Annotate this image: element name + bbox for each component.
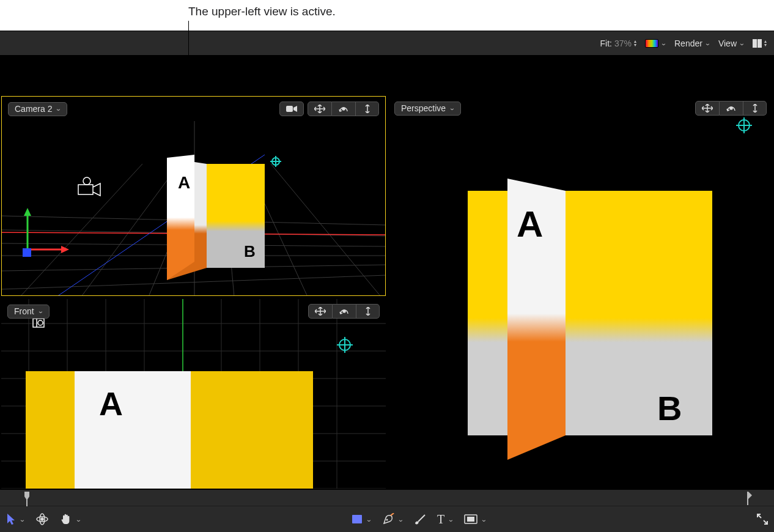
viewport-layout-menu[interactable]: ▴▾ xyxy=(753,39,767,48)
stepper-icon: ▴▾ xyxy=(764,40,767,47)
orbit-button[interactable] xyxy=(720,101,743,116)
svg-line-7 xyxy=(20,164,142,296)
chevron-down-icon: ⌄ xyxy=(37,308,43,314)
dolly-button[interactable] xyxy=(743,101,767,116)
svg-rect-71 xyxy=(26,497,28,506)
shape-label-b: B xyxy=(244,242,256,260)
orbit-3d-icon xyxy=(35,513,49,525)
shape-label-b: B xyxy=(657,389,682,427)
chevron-down-icon: ⌄ xyxy=(19,516,25,523)
viewport-right[interactable]: A B Perspective ⌄ xyxy=(388,96,773,489)
dolly-button[interactable] xyxy=(356,304,380,319)
svg-line-5 xyxy=(2,275,386,289)
view-menu[interactable]: View ⌄ xyxy=(718,39,744,48)
zoom-fit-control[interactable]: Fit: 37% ▴▾ xyxy=(600,39,636,48)
color-swatch-icon xyxy=(645,39,658,48)
svg-marker-74 xyxy=(7,514,15,525)
svg-line-8 xyxy=(81,164,179,296)
text-tool[interactable]: T ⌄ xyxy=(437,512,453,526)
render-menu[interactable]: Render ⌄ xyxy=(674,39,710,48)
chevron-down-icon: ⌄ xyxy=(739,40,745,46)
svg-marker-14 xyxy=(24,208,31,216)
svg-rect-26 xyxy=(286,106,293,112)
svg-rect-55 xyxy=(75,371,191,489)
view-nav-controls xyxy=(308,304,380,319)
chevron-down-icon: ⌄ xyxy=(397,516,404,523)
tool-row: ⌄ ⌄ ⌄ ⌄ T ⌄ ⌄ xyxy=(0,506,774,532)
dolly-icon xyxy=(363,105,372,113)
orbit-icon xyxy=(726,104,737,113)
orbit-icon xyxy=(339,307,350,316)
svg-line-80 xyxy=(418,515,425,522)
select-tool[interactable]: ⌄ xyxy=(6,513,24,525)
camera-selector[interactable]: Perspective ⌄ xyxy=(394,102,461,116)
viewport-scene: A xyxy=(1,299,386,489)
camera-selector[interactable]: Camera 2 ⌄ xyxy=(8,102,67,116)
fit-label: Fit: xyxy=(600,39,612,48)
color-channels-menu[interactable]: ⌄ xyxy=(645,39,666,48)
svg-rect-78 xyxy=(352,515,362,523)
view-nav-controls xyxy=(695,101,767,116)
viewports-container: A B Camera 2 ⌄ xyxy=(0,56,774,489)
svg-marker-73 xyxy=(748,492,752,499)
svg-point-79 xyxy=(386,519,388,521)
svg-point-50 xyxy=(38,320,43,325)
playhead-end-icon[interactable] xyxy=(747,492,752,505)
pan-button[interactable] xyxy=(308,304,333,319)
camera-label: Front xyxy=(14,306,34,316)
chevron-down-icon: ⌄ xyxy=(704,40,710,46)
shape-label-a: A xyxy=(517,204,543,245)
mask-icon xyxy=(464,514,477,524)
shape-label-a: A xyxy=(178,173,190,192)
pan-tool[interactable]: ⌄ xyxy=(60,513,81,525)
mask-tool[interactable]: ⌄ xyxy=(464,514,486,524)
active-camera-toggle[interactable] xyxy=(279,102,304,116)
viewport-scene: A B xyxy=(2,97,386,296)
shape-tool[interactable]: ⌄ xyxy=(352,514,371,524)
view-nav-controls xyxy=(308,102,379,116)
svg-line-84 xyxy=(764,520,767,523)
orbit-button[interactable] xyxy=(333,304,356,319)
timeline-ruler[interactable] xyxy=(0,489,774,506)
viewport-scene: A B xyxy=(388,96,773,489)
fullscreen-button[interactable] xyxy=(757,514,768,525)
svg-marker-23 xyxy=(207,164,265,268)
svg-line-83 xyxy=(758,515,761,518)
stepper-icon: ▴▾ xyxy=(634,40,636,47)
render-label: Render xyxy=(674,39,702,48)
svg-rect-17 xyxy=(23,248,31,257)
3d-transform-tool[interactable] xyxy=(35,513,49,525)
playhead-start-icon[interactable] xyxy=(24,492,29,506)
shape-label-a: A xyxy=(99,385,123,422)
pan-icon xyxy=(315,307,326,316)
camera-label: Camera 2 xyxy=(15,104,52,114)
pointer-icon xyxy=(6,513,16,525)
dolly-icon xyxy=(750,104,760,113)
svg-marker-16 xyxy=(61,246,69,253)
orbit-button[interactable] xyxy=(332,102,356,116)
chevron-down-icon: ⌄ xyxy=(448,516,454,523)
text-icon: T xyxy=(437,512,444,526)
viewport-upper-left[interactable]: A B Camera 2 ⌄ xyxy=(1,96,386,296)
svg-rect-18 xyxy=(78,185,93,194)
pen-tool[interactable]: ⌄ xyxy=(382,513,403,525)
pan-button[interactable] xyxy=(308,102,332,116)
canvas-area: Fit: 37% ▴▾ ⌄ Render ⌄ View ⌄ ▴▾ xyxy=(0,31,774,532)
viewport-lower-left[interactable]: A Front ⌄ xyxy=(1,299,386,489)
camera-object-icon xyxy=(78,177,100,196)
svg-rect-72 xyxy=(747,492,748,505)
chevron-down-icon: ⌄ xyxy=(366,516,372,523)
dolly-button[interactable] xyxy=(356,102,379,116)
chevron-down-icon: ⌄ xyxy=(481,516,487,523)
pan-icon xyxy=(314,105,325,113)
camera-selector[interactable]: Front ⌄ xyxy=(7,305,50,319)
hand-icon xyxy=(60,513,72,525)
pen-nib-icon xyxy=(382,513,394,525)
svg-point-19 xyxy=(83,177,90,185)
pan-button[interactable] xyxy=(695,101,720,116)
chevron-down-icon: ⌄ xyxy=(449,105,455,111)
camera-label: Perspective xyxy=(401,103,446,113)
paint-tool[interactable] xyxy=(414,514,426,525)
chevron-down-icon: ⌄ xyxy=(55,105,61,112)
compass-icon xyxy=(736,117,752,133)
